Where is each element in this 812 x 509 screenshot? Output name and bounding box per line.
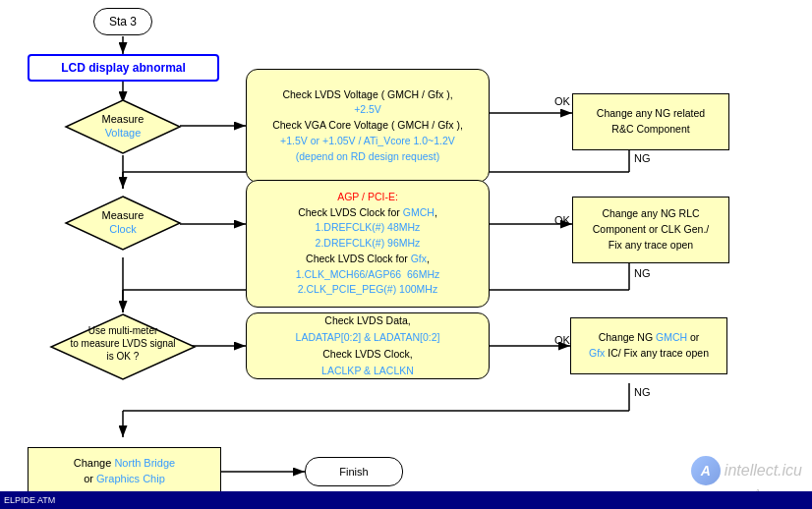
start-label: Sta 3 (109, 15, 137, 28)
flowchart: Sta 3 LCD display abnormal Measure Volta… (0, 0, 812, 509)
svg-text:Use multi-meter: Use multi-meter (88, 325, 158, 336)
svg-text:Voltage: Voltage (105, 127, 142, 139)
svg-text:Measure: Measure (102, 209, 145, 221)
ok-label-3: OK (554, 334, 570, 346)
lcd-label: LCD display abnormal (61, 61, 186, 75)
finish-box: Finish (305, 457, 403, 486)
svg-text:is OK ?: is OK ? (107, 351, 140, 362)
check-clock-box: AGP / PCI-E: Check LVDS Clock for GMCH, … (246, 180, 490, 308)
check-voltage-text: Check LVDS Voltage ( GMCH / Gfx ), +2.5V… (272, 87, 463, 165)
ok-label-2: OK (554, 214, 570, 226)
measure-lvds-diamond: Use multi-meter to measure LVDS signal i… (49, 312, 197, 381)
change-rc-text: Change any NG relatedR&C Component (597, 106, 705, 138)
check-voltage-box: Check LVDS Voltage ( GMCH / Gfx ), +2.5V… (246, 69, 490, 183)
check-clock-text: AGP / PCI-E: Check LVDS Clock for GMCH, … (296, 190, 439, 298)
change-rc-box: Change any NG relatedR&C Component (572, 93, 729, 150)
finish-label: Finish (339, 466, 368, 478)
ng-label-3: NG (634, 386, 651, 398)
watermark-logo: A (691, 456, 721, 485)
change-rlc-text: Change any NG RLCComponent or CLK Gen./F… (593, 206, 709, 253)
bottom-bar-text: ELPIDE ATM (4, 495, 55, 505)
bottom-bar: ELPIDE ATM (0, 491, 812, 509)
check-data-box: Check LVDS Data, LADATAP[0:2] & LADATAN[… (246, 312, 490, 379)
ng-label-2: NG (634, 267, 651, 279)
change-rlc-box: Change any NG RLCComponent or CLK Gen./F… (572, 197, 729, 263)
watermark-site: intellect.icu (725, 462, 802, 480)
change-northbridge-text: Change North Bridgeor Graphics Chip (74, 455, 175, 487)
ng-label-1: NG (634, 152, 651, 164)
ok-label-1: OK (554, 95, 570, 107)
measure-clock-diamond: Measure Clock (64, 195, 182, 252)
change-gmch-box: Change NG GMCH or Gfx IC/ Fix any trace … (570, 317, 727, 374)
svg-text:to measure LVDS signal: to measure LVDS signal (70, 338, 175, 349)
check-data-text: Check LVDS Data, LADATAP[0:2] & LADATAN[… (296, 312, 440, 378)
lcd-box: LCD display abnormal (28, 54, 219, 82)
svg-text:Clock: Clock (109, 223, 137, 235)
change-gmch-text: Change NG GMCH or Gfx IC/ Fix any trace … (589, 330, 709, 362)
start-node: Sta 3 (93, 8, 152, 35)
measure-voltage-diamond: Measure Voltage (64, 98, 182, 155)
svg-text:Measure: Measure (102, 113, 145, 125)
change-northbridge-box: Change North Bridgeor Graphics Chip (28, 447, 221, 494)
